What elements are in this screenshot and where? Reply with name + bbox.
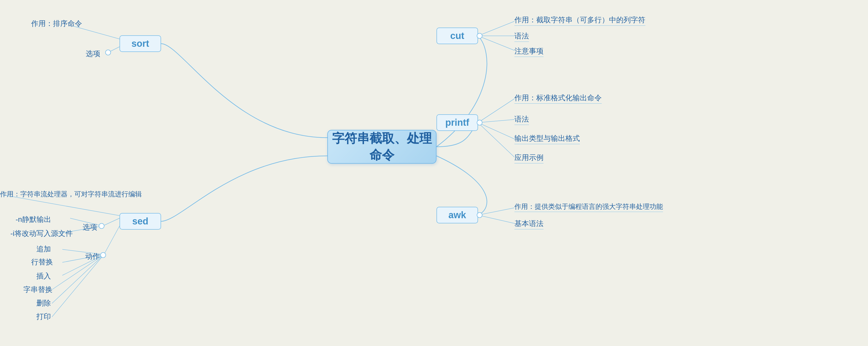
printf-purpose: 作用：标准格式化输出命令	[515, 93, 602, 104]
sed-label: sed	[132, 216, 148, 227]
svg-line-20	[478, 208, 515, 215]
cut-circle	[477, 33, 483, 39]
printf-circle	[477, 120, 483, 125]
awk-circle	[477, 212, 483, 218]
awk-purpose: 作用：提供类似于编程语言的强大字符串处理功能	[515, 202, 663, 212]
svg-line-15	[478, 36, 515, 51]
sed-action-delete: 删除	[36, 298, 51, 308]
printf-output-types: 输出类型与输出格式	[515, 133, 580, 144]
sed-actions-circle	[100, 252, 106, 258]
svg-line-3	[103, 218, 120, 226]
printf-examples: 应用示例	[515, 153, 544, 163]
printf-syntax: 语法	[515, 114, 529, 125]
svg-line-6	[104, 226, 120, 255]
sed-action-append: 追加	[36, 244, 51, 254]
svg-line-19	[478, 123, 515, 157]
sort-options-label: 选项	[86, 49, 100, 59]
sort-node[interactable]: sort	[120, 35, 161, 52]
awk-basic-syntax: 基本语法	[515, 219, 544, 229]
sed-option-i: -i将改动写入源文件	[10, 228, 73, 239]
sed-purpose: 作用：字符串流处理器，可对字符串流进行编辑	[0, 190, 142, 199]
cut-node[interactable]: cut	[436, 28, 478, 44]
sed-options-label: 选项	[83, 222, 97, 232]
center-node: 字符串截取、处理命令	[327, 130, 436, 164]
svg-line-11	[52, 255, 104, 304]
awk-node[interactable]: awk	[436, 207, 478, 223]
cut-purpose: 作用：截取字符串（可多行）中的列字符	[515, 15, 645, 26]
svg-line-12	[52, 255, 104, 317]
center-label: 字符串截取、处理命令	[328, 130, 436, 163]
svg-line-21	[478, 215, 515, 223]
printf-node[interactable]: printf	[436, 114, 478, 131]
sed-action-str-replace: 字串替换	[23, 285, 53, 294]
sed-node[interactable]: sed	[120, 213, 161, 230]
sort-options-circle	[105, 50, 111, 55]
sort-purpose: 作用：排序命令	[31, 19, 82, 29]
sed-actions-label: 动作	[85, 251, 100, 261]
printf-label: printf	[445, 117, 469, 128]
sed-action-print: 打印	[36, 312, 51, 322]
svg-line-16	[478, 99, 515, 123]
sed-options-circle	[99, 223, 104, 229]
cut-notes: 注意事项	[515, 46, 544, 57]
cut-syntax: 语法	[515, 31, 529, 42]
svg-line-13	[478, 21, 515, 36]
cut-label: cut	[450, 30, 464, 41]
sed-action-insert: 插入	[36, 271, 51, 281]
svg-line-17	[478, 120, 515, 123]
awk-label: awk	[448, 210, 466, 221]
svg-line-18	[478, 123, 515, 139]
sed-action-line-replace: 行替换	[31, 257, 53, 267]
sed-option-n: -n静默输出	[16, 215, 51, 224]
sort-label: sort	[131, 38, 149, 49]
